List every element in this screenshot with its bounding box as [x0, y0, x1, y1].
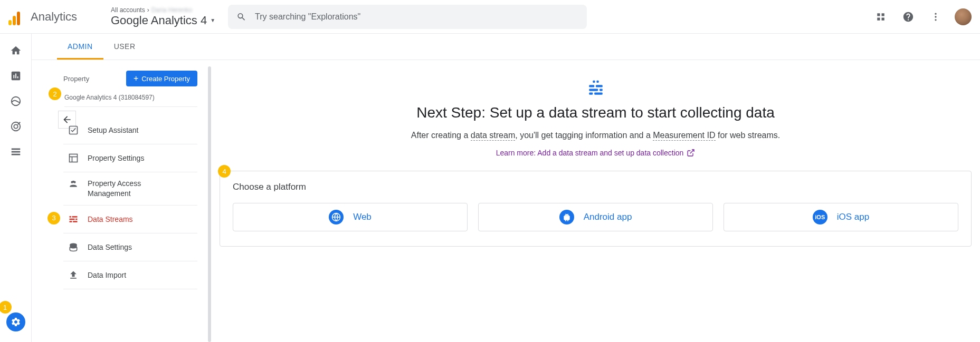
- annotation-badge-4: 4: [218, 165, 231, 178]
- database-icon: [68, 242, 79, 252]
- help-icon[interactable]: [900, 8, 917, 25]
- create-property-label: Create Property: [141, 75, 190, 83]
- property-name[interactable]: 2 Google Analytics 4 (318084597): [64, 91, 197, 107]
- svg-rect-18: [72, 216, 78, 218]
- check-icon: [68, 125, 79, 135]
- tab-admin[interactable]: ADMIN: [57, 34, 103, 60]
- breadcrumb-all: All accounts: [111, 6, 145, 14]
- nav-label: Property AccessManagement: [88, 179, 141, 199]
- ios-icon: iOS: [813, 210, 827, 224]
- svg-rect-31: [594, 93, 603, 95]
- tab-user[interactable]: USER: [103, 34, 146, 60]
- nav-property-settings[interactable]: Property Settings: [63, 144, 197, 172]
- term-data-stream[interactable]: data stream: [471, 131, 515, 141]
- breadcrumb: All accounts › Daria Herenko: [111, 6, 215, 14]
- android-icon: [559, 210, 574, 224]
- breadcrumb-account-name: Daria Herenko: [151, 6, 192, 14]
- svg-point-16: [72, 181, 74, 183]
- configure-icon[interactable]: [9, 145, 22, 158]
- svg-point-4: [935, 13, 936, 14]
- svg-rect-1: [882, 13, 884, 16]
- nav-setup-assistant[interactable]: Setup Assistant: [63, 116, 197, 144]
- more-vert-icon[interactable]: [927, 8, 944, 25]
- apps-icon[interactable]: [872, 8, 889, 25]
- svg-rect-0: [877, 13, 880, 16]
- plus-icon: +: [134, 74, 138, 83]
- search-icon: [236, 12, 246, 22]
- home-icon[interactable]: [9, 44, 22, 57]
- svg-rect-3: [882, 17, 884, 20]
- learn-more-link[interactable]: Learn more: Add a data stream and set up…: [496, 149, 696, 157]
- svg-rect-26: [589, 85, 594, 87]
- layout-icon: [68, 153, 79, 163]
- learn-more-label: Learn more: Add a data stream and set up…: [496, 149, 684, 157]
- explore-icon[interactable]: [9, 95, 22, 108]
- svg-rect-20: [75, 219, 77, 220]
- account-selector[interactable]: All accounts › Daria Herenko Google Anal…: [111, 6, 215, 27]
- platform-android-label: Android app: [584, 212, 632, 222]
- avatar[interactable]: [955, 8, 972, 25]
- reports-icon[interactable]: [9, 70, 22, 82]
- svg-rect-27: [596, 85, 603, 87]
- svg-point-6: [935, 19, 936, 21]
- chevron-right-icon: ›: [147, 6, 149, 14]
- nav-rail: 1: [0, 34, 32, 342]
- platform-ios-button[interactable]: iOS iOS app: [724, 203, 958, 231]
- svg-rect-24: [593, 81, 595, 83]
- annotation-badge-1: 1: [0, 301, 12, 314]
- upload-icon: [68, 270, 79, 280]
- external-link-icon: [687, 149, 695, 157]
- svg-rect-21: [70, 221, 72, 222]
- platform-ios-label: iOS app: [837, 212, 869, 222]
- search-bar[interactable]: [228, 5, 587, 29]
- annotation-badge-2: 2: [49, 87, 61, 100]
- people-icon: [68, 179, 79, 189]
- ads-icon[interactable]: [9, 120, 22, 133]
- stream-hero-icon: [220, 79, 972, 97]
- platform-web-button[interactable]: Web: [233, 203, 468, 231]
- property-column-label: Property: [63, 75, 89, 83]
- gear-icon: [11, 317, 21, 327]
- nav-label: Data Import: [88, 271, 126, 279]
- svg-rect-17: [70, 216, 71, 218]
- platform-card: 4 Choose a platform Web Android app iOS: [220, 171, 972, 247]
- property-dropdown[interactable]: Google Analytics 4 ▼: [111, 14, 215, 27]
- platform-web-label: Web: [353, 212, 372, 222]
- svg-rect-2: [877, 17, 880, 20]
- topbar-actions: [872, 8, 972, 25]
- property-dropdown-label: Google Analytics 4: [111, 14, 207, 27]
- admin-gear[interactable]: 1: [6, 312, 25, 331]
- globe-icon: [329, 210, 344, 224]
- svg-rect-25: [596, 81, 598, 83]
- admin-tabs: ADMIN USER: [32, 34, 980, 60]
- nav-data-streams[interactable]: 3 Data Streams: [63, 206, 197, 233]
- choose-platform-title: Choose a platform: [233, 182, 958, 192]
- svg-rect-11: [70, 154, 78, 162]
- property-nav-list: Setup Assistant Property Settings Proper…: [63, 116, 197, 289]
- brand-text: Analytics: [31, 10, 77, 24]
- svg-rect-28: [589, 89, 598, 91]
- chevron-down-icon: ▼: [210, 17, 215, 23]
- annotation-badge-3: 3: [47, 212, 60, 224]
- svg-rect-29: [600, 89, 603, 91]
- page-title: Next Step: Set up a data stream to start…: [220, 104, 972, 121]
- ga-logo-icon: [8, 8, 25, 25]
- svg-rect-22: [73, 221, 77, 222]
- stream-icon: [68, 214, 79, 224]
- logo-block: Analytics: [8, 8, 98, 25]
- svg-point-5: [935, 16, 936, 17]
- nav-property-access[interactable]: Property AccessManagement: [63, 172, 197, 206]
- page-subtitle: After creating a data stream, you'll get…: [220, 131, 972, 140]
- nav-data-import[interactable]: Data Import: [63, 261, 197, 289]
- search-input[interactable]: [255, 12, 578, 22]
- term-measurement-id[interactable]: Measurement ID: [653, 131, 715, 141]
- main-panel: Next Step: Set up a data stream to start…: [211, 60, 980, 342]
- svg-line-32: [690, 150, 694, 153]
- admin-sidebar: Property + Create Property 2 Google Anal…: [32, 60, 211, 342]
- svg-rect-30: [589, 93, 593, 95]
- nav-label: Data Streams: [88, 215, 133, 223]
- nav-data-settings[interactable]: Data Settings: [63, 233, 197, 261]
- platform-android-button[interactable]: Android app: [478, 203, 713, 231]
- create-property-button[interactable]: + Create Property: [126, 71, 197, 86]
- svg-rect-19: [70, 219, 75, 220]
